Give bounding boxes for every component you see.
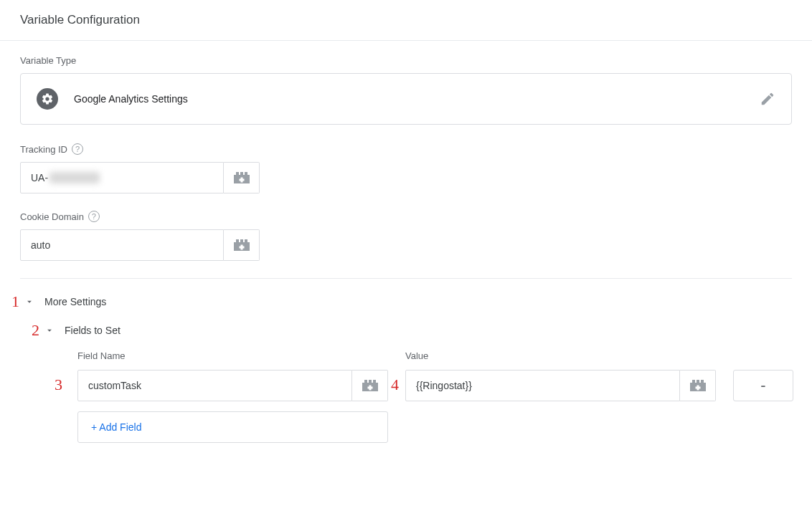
help-icon[interactable]: ? (72, 143, 83, 155)
svg-rect-1 (236, 172, 239, 175)
svg-rect-11 (239, 247, 244, 249)
tracking-id-redacted (49, 172, 100, 183)
svg-rect-3 (245, 172, 247, 175)
svg-rect-19 (692, 380, 695, 383)
variable-type-label: Variable Type (20, 55, 792, 66)
field-name-input[interactable] (77, 370, 352, 401)
gear-icon (37, 88, 58, 110)
variable-type-name: Google Analytics Settings (74, 93, 188, 105)
add-field-button[interactable]: + Add Field (77, 411, 388, 443)
more-settings-toggle[interactable]: 1 More Settings (24, 296, 792, 307)
svg-rect-8 (240, 239, 243, 242)
brick-plus-icon (690, 380, 706, 391)
svg-rect-20 (697, 380, 699, 383)
help-icon[interactable]: ? (88, 211, 100, 222)
chevron-down-icon (24, 297, 34, 307)
tracking-id-input[interactable]: UA- (20, 162, 224, 193)
svg-rect-17 (367, 387, 372, 389)
variable-picker-button[interactable] (680, 370, 716, 401)
svg-rect-7 (236, 239, 239, 242)
svg-rect-14 (369, 380, 372, 383)
annotation-4: 4 (391, 376, 399, 394)
chevron-down-icon (44, 325, 55, 335)
svg-rect-5 (239, 179, 244, 181)
variable-type-selector[interactable]: Google Analytics Settings (20, 73, 792, 125)
annotation-3: 3 (55, 376, 62, 394)
variable-picker-button[interactable] (224, 162, 260, 193)
brick-plus-icon (362, 380, 378, 391)
svg-rect-2 (240, 172, 243, 175)
variable-picker-button[interactable] (224, 229, 260, 261)
svg-rect-9 (245, 239, 247, 242)
divider (20, 278, 792, 279)
value-column-label: Value (405, 350, 716, 361)
tracking-id-label: Tracking ID ? (20, 143, 792, 155)
brick-plus-icon (234, 239, 250, 251)
field-name-column-label: Field Name (77, 350, 388, 361)
fields-to-set-toggle[interactable]: 2 Fields to Set (44, 325, 792, 336)
edit-icon[interactable] (760, 91, 775, 107)
annotation-1: 1 (11, 292, 19, 311)
svg-rect-13 (364, 380, 367, 383)
svg-rect-15 (373, 380, 376, 383)
brick-plus-icon (234, 172, 250, 183)
cookie-domain-input[interactable] (20, 229, 224, 261)
variable-picker-button[interactable] (352, 370, 388, 401)
spacer (733, 350, 793, 361)
cookie-domain-label: Cookie Domain ? (20, 211, 792, 222)
svg-rect-21 (701, 380, 704, 383)
page-title: Variable Configuration (0, 0, 812, 40)
annotation-2: 2 (32, 321, 39, 340)
svg-rect-23 (695, 387, 700, 389)
content-area: Variable Type Google Analytics Settings … (0, 41, 812, 443)
remove-field-button[interactable]: - (733, 370, 793, 401)
field-value-input[interactable] (405, 370, 680, 401)
